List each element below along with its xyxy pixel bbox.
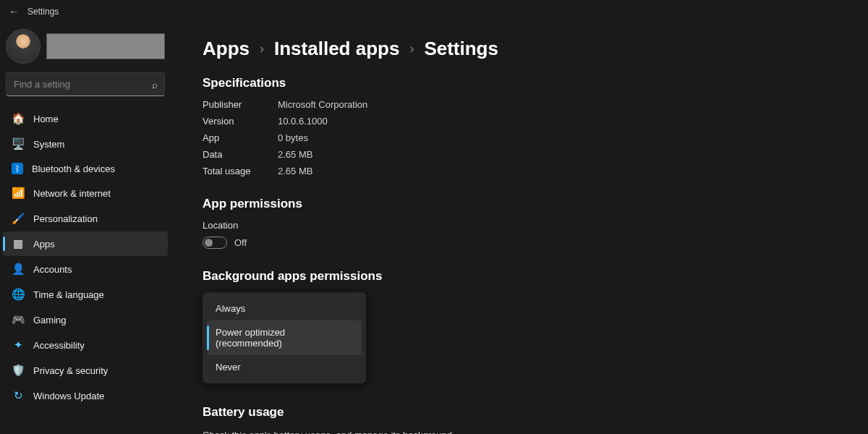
battery-usage-heading: Battery usage — [203, 405, 839, 420]
user-profile[interactable] — [3, 26, 168, 71]
bluetooth-icon: ᛒ — [12, 163, 23, 174]
globe-icon: 🌐 — [12, 288, 25, 301]
sidebar-item-accessibility[interactable]: ✦ Accessibility — [3, 333, 168, 357]
avatar — [6, 29, 41, 64]
sidebar-item-label: System — [33, 139, 64, 150]
dropdown-option-power-optimized[interactable]: Power optimized (recommended) — [207, 320, 362, 355]
system-icon: 🖥️ — [12, 137, 25, 150]
location-toggle[interactable] — [203, 237, 227, 249]
sidebar-item-label: Time & language — [33, 289, 104, 300]
sidebar-item-label: Accessibility — [33, 340, 85, 351]
spec-value-data: 2.65 MB — [278, 149, 839, 160]
spec-label-data: Data — [203, 149, 260, 160]
sidebar-item-personalization[interactable]: 🖌️ Personalization — [3, 206, 168, 231]
sidebar-item-label: Home — [33, 114, 59, 124]
chevron-right-icon: › — [409, 41, 414, 56]
sidebar-item-label: Network & internet — [33, 188, 111, 199]
background-permissions-dropdown: Always Power optimized (recommended) Nev… — [203, 292, 366, 383]
spec-value-version: 10.0.6.1000 — [278, 116, 839, 127]
sidebar-item-label: Personalization — [33, 213, 98, 224]
update-icon: ↻ — [12, 389, 25, 402]
person-icon: 👤 — [12, 263, 25, 276]
sidebar-item-accounts[interactable]: 👤 Accounts — [3, 257, 168, 281]
spec-label-app: App — [203, 132, 260, 143]
accessibility-icon: ✦ — [12, 339, 25, 352]
search-input[interactable] — [6, 72, 165, 96]
sidebar: ⌕ 🏠 Home 🖥️ System ᛒ Bluetooth & devices… — [0, 23, 174, 434]
breadcrumb-current: Settings — [424, 38, 498, 60]
chevron-right-icon: › — [260, 41, 264, 56]
spec-value-total-usage: 2.65 MB — [278, 166, 839, 176]
sidebar-item-label: Windows Update — [33, 391, 104, 401]
wifi-icon: 📶 — [12, 187, 25, 200]
window-title: Settings — [27, 7, 59, 17]
sidebar-item-label: Accounts — [33, 264, 72, 275]
sidebar-item-label: Gaming — [33, 315, 67, 326]
location-toggle-state: Off — [234, 237, 247, 248]
nav: 🏠 Home 🖥️ System ᛒ Bluetooth & devices 📶… — [3, 106, 168, 408]
sidebar-item-gaming[interactable]: 🎮 Gaming — [3, 307, 168, 332]
app-permissions-heading: App permissions — [203, 197, 839, 211]
spec-label-version: Version — [203, 116, 260, 127]
arrow-left-icon: ← — [9, 6, 19, 17]
dropdown-option-always[interactable]: Always — [207, 297, 362, 320]
spec-value-app: 0 bytes — [278, 132, 839, 143]
search-icon: ⌕ — [152, 79, 158, 90]
sidebar-item-home[interactable]: 🏠 Home — [3, 106, 168, 131]
breadcrumb-installed-apps[interactable]: Installed apps — [274, 38, 399, 60]
gaming-icon: 🎮 — [12, 313, 25, 326]
sidebar-item-privacy[interactable]: 🛡️ Privacy & security — [3, 358, 168, 383]
sidebar-item-label: Privacy & security — [33, 365, 108, 376]
battery-usage-description: Check this app's battery usage, and mana… — [203, 428, 470, 434]
specifications-table: Publisher Microsoft Corporation Version … — [203, 99, 839, 176]
sidebar-item-label: Bluetooth & devices — [32, 163, 115, 174]
specifications-heading: Specifications — [203, 76, 839, 90]
breadcrumb: Apps › Installed apps › Settings — [203, 38, 839, 60]
username-redacted — [46, 33, 165, 59]
shield-icon: 🛡️ — [12, 364, 25, 377]
breadcrumb-apps[interactable]: Apps — [203, 38, 250, 60]
sidebar-item-bluetooth[interactable]: ᛒ Bluetooth & devices — [3, 157, 168, 180]
sidebar-item-network[interactable]: 📶 Network & internet — [3, 181, 168, 205]
content: Apps › Installed apps › Settings Specifi… — [174, 23, 868, 434]
sidebar-item-system[interactable]: 🖥️ System — [3, 132, 168, 156]
sidebar-item-label: Apps — [33, 239, 55, 250]
sidebar-item-time-language[interactable]: 🌐 Time & language — [3, 282, 168, 307]
background-apps-heading: Background apps permissions — [203, 269, 839, 284]
sidebar-item-apps[interactable]: ▦ Apps — [3, 231, 168, 256]
spec-label-publisher: Publisher — [203, 99, 260, 110]
brush-icon: 🖌️ — [12, 212, 25, 225]
back-button[interactable]: ← — [9, 6, 19, 17]
dropdown-option-never[interactable]: Never — [207, 355, 362, 379]
spec-label-total-usage: Total usage — [203, 166, 260, 176]
home-icon: 🏠 — [12, 112, 25, 125]
location-permission-label: Location — [203, 220, 839, 231]
spec-value-publisher: Microsoft Corporation — [278, 99, 839, 110]
apps-icon: ▦ — [12, 237, 25, 250]
sidebar-item-windows-update[interactable]: ↻ Windows Update — [3, 383, 168, 408]
